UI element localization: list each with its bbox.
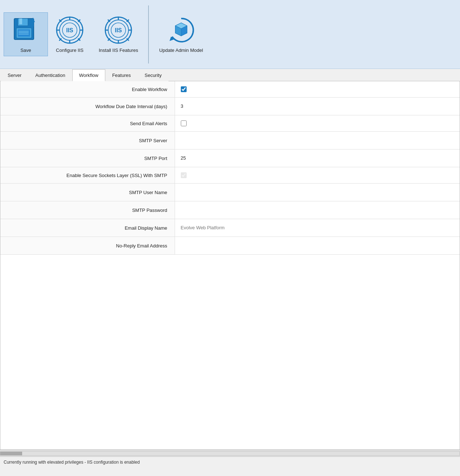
install-iis-features-label: Install IIS Features [99, 48, 138, 53]
configure-iis-icon: IIS [55, 16, 84, 45]
toolbar-divider [148, 5, 149, 63]
settings-label-smtp-port: SMTP Port [0, 149, 175, 167]
settings-label-send-email-alerts: Send Email Alerts [0, 115, 175, 132]
save-icon [11, 16, 40, 45]
svg-rect-4 [18, 29, 30, 37]
settings-label-no-reply-email-address: No-Reply Email Address [0, 237, 175, 255]
configure-iis-label: Configure IIS [56, 48, 84, 53]
tab-features[interactable]: Features [105, 69, 138, 81]
update-admin-model-icon [167, 16, 196, 45]
input-smtp-server[interactable] [181, 137, 454, 144]
settings-row-smtp-password: SMTP Password [0, 201, 460, 219]
tab-bar: Server Authentication Workflow Features … [0, 69, 460, 81]
input-no-reply-email-address[interactable] [181, 242, 454, 249]
settings-label-smtp-user-name: SMTP User Name [0, 184, 175, 201]
install-iis-features-button[interactable]: IIS Install IIS Features [91, 13, 145, 56]
scroll-thumb[interactable] [0, 452, 22, 455]
checkbox-send-email-alerts[interactable] [181, 120, 187, 126]
tab-server[interactable]: Server [1, 69, 28, 81]
settings-value-smtp-user-name [175, 184, 460, 201]
settings-value-workflow-due-date-interval [175, 98, 460, 115]
settings-label-enable-ssl-smtp: Enable Secure Sockets Layer (SSL) With S… [0, 167, 175, 184]
update-admin-model-label: Update Admin Model [159, 48, 203, 53]
update-admin-model-button[interactable]: Update Admin Model [152, 13, 210, 56]
settings-row-workflow-due-date-interval: Workflow Due Date Interval (days) [0, 98, 460, 115]
settings-row-no-reply-email-address: No-Reply Email Address [0, 237, 460, 255]
settings-table: Enable WorkflowWorkflow Due Date Interva… [0, 81, 460, 255]
checkbox-enable-workflow[interactable] [181, 86, 187, 92]
svg-text:IIS: IIS [115, 27, 122, 33]
input-smtp-port[interactable] [181, 155, 454, 162]
settings-row-enable-workflow: Enable Workflow [0, 81, 460, 98]
settings-label-enable-workflow: Enable Workflow [0, 81, 175, 98]
svg-rect-2 [19, 19, 22, 24]
settings-row-smtp-user-name: SMTP User Name [0, 184, 460, 201]
settings-label-workflow-due-date-interval: Workflow Due Date Interval (days) [0, 98, 175, 115]
configure-iis-button[interactable]: IIS Configure IIS [48, 13, 91, 56]
settings-value-smtp-password [175, 201, 460, 219]
install-iis-features-icon: IIS [104, 16, 133, 45]
settings-row-smtp-port: SMTP Port [0, 149, 460, 167]
settings-label-email-display-name: Email Display Name [0, 219, 175, 237]
toolbar: Save IIS Configure IIS IIS [0, 0, 460, 69]
input-smtp-password[interactable] [181, 206, 454, 214]
input-smtp-user-name[interactable] [181, 189, 454, 196]
settings-value-enable-workflow [175, 81, 460, 98]
settings-value-send-email-alerts [175, 115, 460, 132]
main-content: Enable WorkflowWorkflow Due Date Interva… [0, 81, 460, 450]
settings-row-smtp-server: SMTP Server [0, 132, 460, 149]
settings-value-no-reply-email-address [175, 237, 460, 255]
settings-row-email-display-name: Email Display Name [0, 219, 460, 237]
checkbox-enable-ssl-smtp [181, 172, 187, 178]
settings-label-smtp-password: SMTP Password [0, 201, 175, 219]
save-button[interactable]: Save [4, 12, 48, 56]
input-workflow-due-date-interval[interactable] [181, 103, 454, 110]
settings-value-smtp-port [175, 149, 460, 167]
settings-value-enable-ssl-smtp [175, 167, 460, 184]
settings-row-enable-ssl-smtp: Enable Secure Sockets Layer (SSL) With S… [0, 167, 460, 184]
settings-value-email-display-name [175, 219, 460, 237]
input-email-display-name[interactable] [181, 224, 454, 231]
tab-security[interactable]: Security [138, 69, 168, 81]
save-label: Save [20, 48, 31, 53]
status-text: Currently running with elevated privileg… [4, 460, 140, 465]
scroll-track[interactable] [0, 451, 460, 456]
tab-authentication[interactable]: Authentication [28, 69, 72, 81]
status-bar: Currently running with elevated privileg… [0, 456, 460, 467]
svg-text:IIS: IIS [66, 27, 73, 33]
settings-value-smtp-server [175, 132, 460, 149]
tab-workflow[interactable]: Workflow [72, 69, 105, 81]
settings-row-send-email-alerts: Send Email Alerts [0, 115, 460, 132]
horizontal-scrollbar[interactable] [0, 450, 460, 456]
settings-label-smtp-server: SMTP Server [0, 132, 175, 149]
